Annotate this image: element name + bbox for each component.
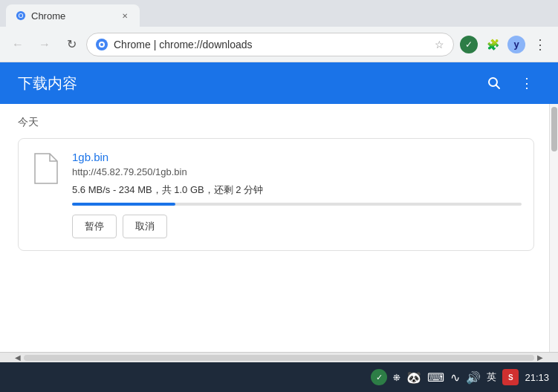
address-text: Chrome | chrome://downloads <box>114 39 429 50</box>
file-actions: 暂停 取消 <box>72 215 522 238</box>
file-icon <box>30 151 60 186</box>
more-menu-button[interactable]: ⋮ <box>513 70 540 97</box>
scroll-right-arrow[interactable]: ▶ <box>534 353 546 362</box>
downloads-header: 下载内容 ⋮ <box>0 62 558 104</box>
shield-extension-icon[interactable]: ✓ <box>460 36 478 53</box>
taskbar-check-icon[interactable]: ✓ <box>371 369 387 385</box>
active-tab[interactable]: Chrome ✕ <box>6 4 140 27</box>
cancel-button[interactable]: 取消 <box>123 215 167 238</box>
file-url: http://45.82.79.250/1gb.bin <box>72 166 522 177</box>
vertical-scrollbar[interactable] <box>549 104 558 352</box>
taskbar-wifi-icon[interactable]: ∿ <box>450 370 460 385</box>
address-bar[interactable]: Chrome | chrome://downloads ☆ <box>86 33 454 56</box>
tab-label: Chrome <box>31 10 65 22</box>
back-button[interactable]: ← <box>6 33 30 56</box>
forward-button[interactable]: → <box>33 33 56 56</box>
download-item: 1gb.bin http://45.82.79.250/1gb.bin 5.6 … <box>18 138 534 251</box>
page-content: 下载内容 ⋮ 今天 <box>0 62 558 362</box>
pause-button[interactable]: 暂停 <box>72 215 117 238</box>
taskbar-bluetooth-icon[interactable]: ⎈ <box>393 370 400 384</box>
taskbar-time: 21:13 <box>525 372 549 383</box>
svg-line-6 <box>496 85 500 89</box>
search-button[interactable] <box>481 70 507 97</box>
downloads-page-title: 下载内容 <box>18 74 77 94</box>
downloads-body: 今天 1gb.bin http://45.82.79.250/1gb.bin 5… <box>0 104 549 352</box>
user-avatar[interactable]: y <box>507 36 525 53</box>
taskbar-language[interactable]: 英 <box>487 370 496 384</box>
bookmark-star-icon[interactable]: ☆ <box>435 39 444 50</box>
svg-point-4 <box>100 43 103 46</box>
site-favicon <box>96 39 108 50</box>
reload-button[interactable]: ↻ <box>59 33 83 56</box>
taskbar-sogou-icon[interactable]: S <box>502 369 519 385</box>
puzzle-extension-button[interactable]: 🧩 <box>481 33 505 56</box>
taskbar-volume-icon[interactable]: 🔊 <box>466 370 481 385</box>
progress-bar-container <box>72 203 522 206</box>
scrollbar-thumb <box>551 107 557 151</box>
tab-close-button[interactable]: ✕ <box>119 10 131 22</box>
file-name: 1gb.bin <box>72 151 522 163</box>
horizontal-scrollbar[interactable]: ◀ ▶ <box>0 352 558 362</box>
header-actions: ⋮ <box>481 70 540 97</box>
svg-point-2 <box>19 14 22 17</box>
section-today-label: 今天 <box>18 116 534 129</box>
nav-bar: ← → ↻ Chrome | chrome://downloads ☆ ✓ 🧩 <box>0 27 558 62</box>
scroll-left-arrow[interactable]: ◀ <box>12 353 24 362</box>
progress-text: 5.6 MB/s - 234 MB，共 1.0 GB，还剩 2 分钟 <box>72 183 522 197</box>
taskbar-icons: ✓ ⎈ 🐼 ⌨ ∿ 🔊 英 S 21:13 <box>371 369 549 385</box>
taskbar: ✓ ⎈ 🐼 ⌨ ∿ 🔊 英 S 21:13 <box>0 362 558 392</box>
taskbar-app-icon[interactable]: 🐼 <box>406 370 421 385</box>
tab-favicon <box>15 10 27 22</box>
chrome-menu-button[interactable]: ⋮ <box>528 33 552 56</box>
taskbar-network-icon[interactable]: ⌨ <box>427 370 444 385</box>
tab-bar: Chrome ✕ <box>0 0 558 27</box>
scrollbar-track <box>24 355 534 361</box>
file-details: 1gb.bin http://45.82.79.250/1gb.bin 5.6 … <box>72 151 522 238</box>
progress-bar-fill <box>72 203 175 206</box>
extension-buttons: ✓ 🧩 y ⋮ <box>460 33 552 56</box>
